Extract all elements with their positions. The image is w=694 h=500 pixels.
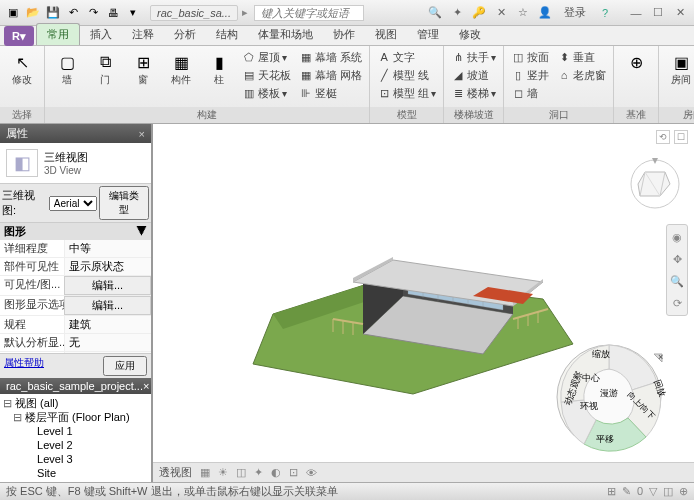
search-input[interactable] bbox=[254, 5, 364, 21]
viewcube[interactable] bbox=[630, 154, 680, 204]
wheel-walk-label[interactable]: 漫游 bbox=[600, 387, 618, 400]
datum-button[interactable]: ⊕ bbox=[618, 48, 654, 87]
vf-hide-icon[interactable]: 👁 bbox=[306, 467, 317, 479]
component-button[interactable]: ▦构件 bbox=[163, 48, 199, 87]
properties-type-selector[interactable]: ◧ 三维视图 3D View bbox=[0, 143, 151, 184]
vf-shadow-icon[interactable]: ◐ bbox=[271, 466, 281, 479]
user-icon[interactable]: 👤 bbox=[536, 4, 554, 22]
qat-more-icon[interactable]: ▾ bbox=[124, 4, 142, 22]
app-menu-button[interactable]: R▾ bbox=[4, 26, 34, 46]
tab-manage[interactable]: 管理 bbox=[407, 24, 449, 45]
prop-row-display-opts[interactable]: 图形显示选项编辑... bbox=[0, 296, 151, 316]
modify-button[interactable]: ↖ 修改 bbox=[4, 48, 40, 87]
prop-row-detail-level[interactable]: 详细程度中等 bbox=[0, 240, 151, 258]
vf-sun-icon[interactable]: ✦ bbox=[254, 466, 263, 479]
print-icon[interactable]: 🖶 bbox=[104, 4, 122, 22]
wheel-pan-label[interactable]: 平移 bbox=[596, 433, 614, 446]
prop-row-analysis[interactable]: 默认分析显...无 bbox=[0, 334, 151, 352]
login-label[interactable]: 登录 bbox=[558, 5, 592, 20]
tree-node[interactable]: ⊟ 天花板平面 (Ceiling Plan bbox=[2, 480, 149, 482]
sb-editable-icon[interactable]: ✎ bbox=[622, 485, 631, 498]
vf-style-icon[interactable]: ◫ bbox=[236, 466, 246, 479]
door-button[interactable]: ⧉门 bbox=[87, 48, 123, 87]
vf-scale-icon[interactable]: ▦ bbox=[200, 466, 210, 479]
properties-panel-header[interactable]: 属性 × bbox=[0, 124, 151, 143]
room-button[interactable]: ▣房间 bbox=[663, 48, 694, 87]
section-graphics[interactable]: 图形⯆ bbox=[0, 223, 151, 240]
tab-collab[interactable]: 协作 bbox=[323, 24, 365, 45]
model-text-button[interactable]: A文字 bbox=[374, 48, 439, 66]
shaft-button[interactable]: ▯竖井 bbox=[508, 66, 552, 84]
railing-button[interactable]: ⋔扶手 ▾ bbox=[448, 48, 499, 66]
tree-node[interactable]: Level 1 bbox=[2, 424, 149, 438]
steering-wheel[interactable]: × 缩放 中心 漫游 环视 动态观察 回放 向上/向下 平移 bbox=[554, 342, 664, 452]
doc-dropdown-icon[interactable]: ▸ bbox=[242, 6, 248, 19]
minimize-button[interactable]: — bbox=[626, 5, 646, 21]
nav-pan-icon[interactable]: ✥ bbox=[669, 251, 685, 267]
apply-button[interactable]: 应用 bbox=[103, 356, 147, 376]
panel-close-icon[interactable]: × bbox=[139, 128, 145, 140]
prop-row-visibility[interactable]: 可见性/图...编辑... bbox=[0, 276, 151, 296]
curtain-system-button[interactable]: ▦幕墙 系统 bbox=[296, 48, 365, 66]
properties-help-link[interactable]: 属性帮助 bbox=[4, 356, 44, 376]
instance-selector[interactable]: Aerial bbox=[49, 196, 97, 211]
wall-button[interactable]: ▢墙 bbox=[49, 48, 85, 87]
wheel-orbit-label[interactable]: 环视 bbox=[580, 400, 598, 413]
tab-massing[interactable]: 体量和场地 bbox=[248, 24, 323, 45]
subscription-icon[interactable]: ✦ bbox=[448, 4, 466, 22]
tab-home[interactable]: 常用 bbox=[36, 23, 80, 45]
favorite-icon[interactable]: ☆ bbox=[514, 4, 532, 22]
mullion-button[interactable]: ⊪竖梃 bbox=[296, 84, 365, 102]
window-button[interactable]: ⊞窗 bbox=[125, 48, 161, 87]
vf-detail-icon[interactable]: ☀ bbox=[218, 466, 228, 479]
vertical-button[interactable]: ⬍垂直 bbox=[554, 48, 609, 66]
tab-view[interactable]: 视图 bbox=[365, 24, 407, 45]
tree-node[interactable]: ⊟ 楼层平面 (Floor Plan) bbox=[2, 410, 149, 424]
undo-icon[interactable]: ↶ bbox=[64, 4, 82, 22]
model-line-button[interactable]: ╱模型 线 bbox=[374, 66, 439, 84]
tree-node[interactable]: Site bbox=[2, 466, 149, 480]
sb-select-icon[interactable]: ◫ bbox=[663, 485, 673, 498]
dormer-button[interactable]: ⌂老虎窗 bbox=[554, 66, 609, 84]
open-icon[interactable]: 📂 bbox=[24, 4, 42, 22]
prop-row-discipline[interactable]: 规程建筑 bbox=[0, 316, 151, 334]
roof-button[interactable]: ⬠屋顶 ▾ bbox=[239, 48, 294, 66]
column-button[interactable]: ▮柱 bbox=[201, 48, 237, 87]
browser-header[interactable]: rac_basic_sample_project... × bbox=[0, 378, 151, 394]
tab-analyze[interactable]: 分析 bbox=[164, 24, 206, 45]
curtain-grid-button[interactable]: ▦幕墙 网格 bbox=[296, 66, 365, 84]
tab-annotate[interactable]: 注释 bbox=[122, 24, 164, 45]
tree-node[interactable]: ⊟ 视图 (all) bbox=[2, 396, 149, 410]
close-button[interactable]: ✕ bbox=[670, 5, 690, 21]
byface-button[interactable]: ◫按面 bbox=[508, 48, 552, 66]
ramp-button[interactable]: ◢坡道 bbox=[448, 66, 499, 84]
wheel-zoom-label[interactable]: 缩放 bbox=[592, 348, 610, 361]
tree-node[interactable]: Level 2 bbox=[2, 438, 149, 452]
app-logo-icon[interactable]: ▣ bbox=[4, 4, 22, 22]
stair-button[interactable]: ≣楼梯 ▾ bbox=[448, 84, 499, 102]
infocenter-search-icon[interactable]: 🔍 bbox=[426, 4, 444, 22]
floor-button[interactable]: ▥楼板 ▾ bbox=[239, 84, 294, 102]
viewport-max-icon[interactable]: ☐ bbox=[674, 130, 688, 144]
sb-workset-icon[interactable]: ⊞ bbox=[607, 485, 616, 498]
tree-node[interactable]: Level 3 bbox=[2, 452, 149, 466]
save-icon[interactable]: 💾 bbox=[44, 4, 62, 22]
sb-link-icon[interactable]: ⊕ bbox=[679, 485, 688, 498]
vf-crop-icon[interactable]: ⊡ bbox=[289, 466, 298, 479]
tab-modify[interactable]: 修改 bbox=[449, 24, 491, 45]
redo-icon[interactable]: ↷ bbox=[84, 4, 102, 22]
prop-row-parts-vis[interactable]: 部件可见性显示原状态 bbox=[0, 258, 151, 276]
edit-type-button[interactable]: 编辑类型 bbox=[99, 186, 149, 220]
browser-close-icon[interactable]: × bbox=[143, 380, 149, 392]
help-icon[interactable]: ? bbox=[596, 4, 614, 22]
wall-opening-button[interactable]: ◻墙 bbox=[508, 84, 552, 102]
key-icon[interactable]: 🔑 bbox=[470, 4, 488, 22]
viewport-restore-icon[interactable]: ⟲ bbox=[656, 130, 670, 144]
exchange-icon[interactable]: ✕ bbox=[492, 4, 510, 22]
nav-steering-icon[interactable]: ◉ bbox=[669, 229, 685, 245]
tab-structure[interactable]: 结构 bbox=[206, 24, 248, 45]
tab-insert[interactable]: 插入 bbox=[80, 24, 122, 45]
maximize-button[interactable]: ☐ bbox=[648, 5, 668, 21]
nav-orbit-icon[interactable]: ⟳ bbox=[669, 295, 685, 311]
viewport[interactable]: ⟲ ☐ ◉ ✥ 🔍 ⟳ bbox=[152, 124, 694, 482]
